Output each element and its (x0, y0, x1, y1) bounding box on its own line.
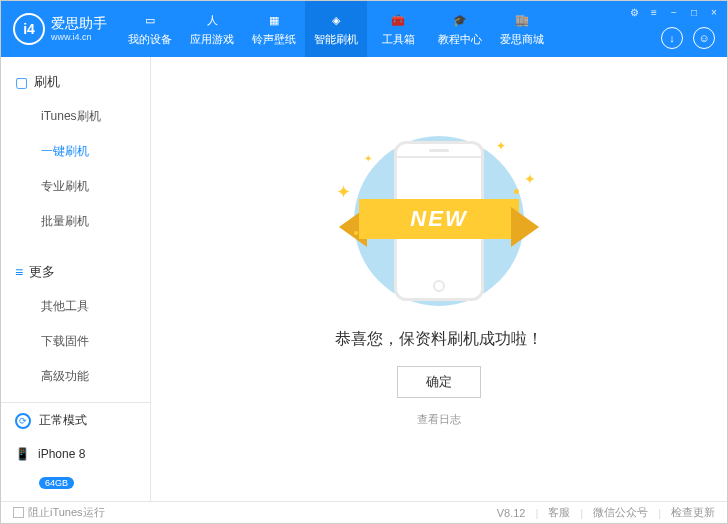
ring-icon: ▦ (265, 11, 283, 29)
maximize-icon[interactable]: □ (687, 5, 701, 19)
success-illustration: NEW ✦✦✦✦ (324, 131, 554, 311)
ribbon-text: NEW (359, 199, 519, 239)
logo-icon: i4 (13, 13, 45, 45)
user-icon[interactable]: ☺ (693, 27, 715, 49)
device-name: iPhone 8 (38, 447, 85, 461)
minimize-icon[interactable]: − (667, 5, 681, 19)
shop-icon: 🏬 (513, 11, 531, 29)
download-icon[interactable]: ↓ (661, 27, 683, 49)
sidebar-item[interactable]: 其他工具 (1, 289, 150, 324)
logo-subtitle: www.i4.cn (51, 32, 107, 42)
sidebar-heading: ▢刷机 (1, 65, 150, 99)
sidebar-item[interactable]: 专业刷机 (1, 169, 150, 204)
success-message: 恭喜您，保资料刷机成功啦！ (335, 329, 543, 350)
menu-icon[interactable]: ≡ (647, 5, 661, 19)
view-log-link[interactable]: 查看日志 (417, 412, 461, 427)
nav-item-ring[interactable]: ▦铃声壁纸 (243, 1, 305, 57)
app-icon: 人 (203, 11, 221, 29)
mode-row[interactable]: ⟳ 正常模式 (1, 403, 150, 438)
nav-item-edu[interactable]: 🎓教程中心 (429, 1, 491, 57)
device-row[interactable]: 📱 iPhone 8 64GB (1, 438, 150, 498)
main-content: NEW ✦✦✦✦ 恭喜您，保资料刷机成功啦！ 确定 查看日志 (151, 57, 727, 501)
nav-item-app[interactable]: 人应用游戏 (181, 1, 243, 57)
block-itunes-checkbox[interactable]: 阻止iTunes运行 (13, 505, 105, 520)
tool-icon: 🧰 (389, 11, 407, 29)
ok-button[interactable]: 确定 (397, 366, 481, 398)
sidebar-item[interactable]: 高级功能 (1, 359, 150, 394)
nav-item-phone[interactable]: ▭我的设备 (119, 1, 181, 57)
sidebar-item[interactable]: iTunes刷机 (1, 99, 150, 134)
window-controls: ⚙ ≡ − □ × (627, 5, 721, 19)
phone-icon: 📱 (15, 447, 30, 461)
footer-link-update[interactable]: 检查更新 (671, 505, 715, 520)
nav-item-tool[interactable]: 🧰工具箱 (367, 1, 429, 57)
sidebar-item[interactable]: 下载固件 (1, 324, 150, 359)
nav-item-flash[interactable]: ◈智能刷机 (305, 1, 367, 57)
mode-label: 正常模式 (39, 412, 87, 429)
nav-item-shop[interactable]: 🏬爱思商城 (491, 1, 553, 57)
logo: i4 爱思助手 www.i4.cn (1, 13, 119, 45)
close-icon[interactable]: × (707, 5, 721, 19)
edu-icon: 🎓 (451, 11, 469, 29)
header-actions: ↓ ☺ (661, 27, 715, 49)
version-label: V8.12 (497, 507, 526, 519)
header: i4 爱思助手 www.i4.cn ▭我的设备人应用游戏▦铃声壁纸◈智能刷机🧰工… (1, 1, 727, 57)
refresh-icon: ⟳ (15, 413, 31, 429)
logo-title: 爱思助手 (51, 16, 107, 31)
storage-badge: 64GB (39, 477, 74, 489)
sidebar-item[interactable]: 一键刷机 (1, 134, 150, 169)
footer-link-wechat[interactable]: 微信公众号 (593, 505, 648, 520)
flash-icon: ◈ (327, 11, 345, 29)
sidebar: ▢刷机iTunes刷机一键刷机专业刷机批量刷机≡更多其他工具下载固件高级功能 ⟳… (1, 57, 151, 501)
footer-link-support[interactable]: 客服 (548, 505, 570, 520)
footer: 阻止iTunes运行 V8.12 | 客服 | 微信公众号 | 检查更新 (1, 501, 727, 523)
sidebar-item[interactable]: 批量刷机 (1, 204, 150, 239)
phone-icon: ▭ (141, 11, 159, 29)
settings-icon[interactable]: ⚙ (627, 5, 641, 19)
sidebar-heading: ≡更多 (1, 255, 150, 289)
